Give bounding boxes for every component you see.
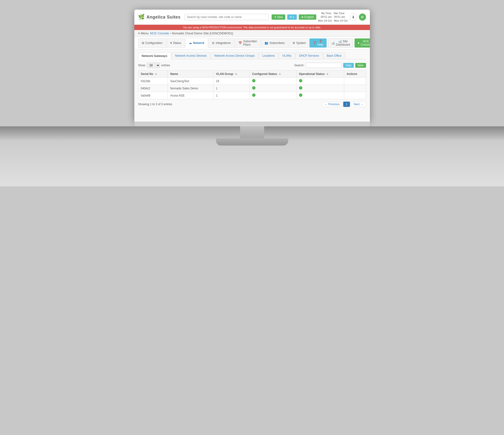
entries-select[interactable]: 10 25 50 100 — [147, 63, 160, 68]
toolbar-buttons: ❓ ❓ Help 📊 📊 Site Dashboard ● NCE Consol… — [310, 38, 370, 48]
cell-operational-status — [296, 78, 344, 85]
tab-system[interactable]: ⚙ System — [289, 38, 310, 48]
col-configured-status[interactable]: Configured Status ⇅ — [250, 71, 296, 78]
tab-configuration[interactable]: ⊞ Configuration — [138, 38, 166, 48]
entries-label: entries — [162, 64, 170, 67]
table-header-row: Serial No ⇅ Name ↑ VLAN Group ⇅ Configur… — [138, 71, 366, 78]
sort-name-icon: ↑ — [180, 73, 181, 75]
cell-vlan-group: 19 — [213, 78, 250, 85]
cell-name: Aruna NSE — [168, 92, 213, 99]
menu-label: ≡ Menu — [138, 31, 149, 35]
sub-tab-network-access-device-groups[interactable]: Network Access Device Groups — [211, 52, 258, 59]
prev-page-button[interactable]: ← Previous — [322, 102, 342, 107]
gateways-table: Serial No ⇅ Name ↑ VLAN Group ⇅ Configur… — [138, 70, 366, 99]
monitor-stand-neck — [240, 126, 264, 138]
table-new-button[interactable]: New — [355, 63, 366, 68]
col-serial-no[interactable]: Serial No ⇅ — [138, 71, 168, 78]
search-area: Search: Help New — [294, 63, 366, 68]
menu-button[interactable]: ≡ Menu — [138, 31, 149, 35]
cell-serial-no: 0a0e88 — [138, 92, 168, 99]
desk-area — [0, 126, 504, 186]
logo-icon: 🌿 — [138, 14, 145, 20]
tab-subscribers[interactable]: 👥 Subscribers — [261, 38, 288, 48]
toolbar: ⊞ Configuration ♥ Status ☁ Network ⊟ Int… — [134, 37, 370, 49]
nce-console-button[interactable]: ● NCE Console — [354, 38, 370, 48]
my-time-label: My Time — [321, 12, 332, 15]
configured-status-dot — [252, 79, 255, 82]
showing-entries-text: Showing 1 to 3 of 3 entries — [138, 103, 172, 106]
cell-operational-status — [296, 92, 344, 99]
cell-serial-no: 040dc2 — [138, 85, 168, 92]
col-vlan-group[interactable]: VLAN Group ⇅ — [213, 71, 250, 78]
page-1-button[interactable]: 1 — [343, 102, 350, 107]
time-display: My Time Site Time 09:51 am 09:51 am Mon … — [318, 11, 348, 23]
search-label: Search: — [294, 64, 304, 67]
table-search-input[interactable] — [306, 63, 342, 68]
sort-vlan-icon: ⇅ — [235, 73, 237, 75]
logo-text: Angelica Suites — [147, 15, 181, 20]
next-page-button[interactable]: Next → — [351, 102, 366, 107]
tab-network[interactable]: ☁ Network — [185, 38, 208, 48]
col-operational-status[interactable]: Operational Status ⇅ — [296, 71, 344, 78]
breadcrumb-nce-console[interactable]: NCE Console — [150, 31, 169, 35]
configured-status-dot — [252, 93, 255, 97]
table-row: 040dc2 Nomadix Sales Demo 1 — [138, 85, 366, 92]
global-search-input[interactable] — [184, 14, 269, 20]
cell-vlan-group: 1 — [213, 85, 250, 92]
messages-button[interactable]: ✉ 1 — [287, 14, 297, 20]
subscribers-icon: 👥 — [265, 41, 268, 45]
sub-tab-network-access-devices[interactable]: Network Access Devices — [171, 52, 210, 59]
sub-tab-back-office[interactable]: Back Office — [323, 52, 345, 59]
sub-tab-network-gateways[interactable]: Network Gateways — [138, 53, 171, 59]
site-dashboard-button[interactable]: 📊 📊 Site Dashboard — [328, 38, 353, 48]
cell-configured-status — [250, 78, 296, 85]
operational-status-dot — [299, 79, 302, 82]
table-row: 0a0e88 Aruna NSE 1 — [138, 92, 366, 99]
info-button[interactable]: ℹ — [350, 13, 357, 21]
network-icon: ☁ — [189, 41, 192, 45]
tab-subscriber-plans[interactable]: 📅 Subscriber Plans — [235, 38, 261, 48]
table-footer: Showing 1 to 3 of 3 entries ← Previous 1… — [138, 102, 366, 107]
sub-tab-locations[interactable]: Locations — [259, 52, 278, 59]
cell-configured-status — [250, 92, 296, 99]
settings-button[interactable]: ⚙ — [359, 13, 366, 21]
cell-vlan-group: 1 — [213, 92, 250, 99]
table-controls: Show 10 25 50 100 entries Search: Help N… — [138, 63, 366, 68]
my-time-date: Mon 19 Oct — [318, 19, 332, 22]
help-button[interactable]: ❓ ❓ Help — [310, 38, 327, 48]
cell-actions — [344, 85, 366, 92]
col-name[interactable]: Name ↑ — [168, 71, 213, 78]
my-time-value: 09:51 am — [321, 15, 332, 18]
new-button[interactable]: ✦ New — [272, 14, 285, 20]
sort-serial-icon: ⇅ — [155, 73, 157, 75]
pagination: ← Previous 1 Next → — [322, 102, 366, 107]
status-icon: ♥ — [170, 41, 172, 45]
col-actions: Actions — [344, 71, 366, 78]
subscriber-plans-icon: 📅 — [238, 41, 242, 45]
sub-tabs: Network Gateways Network Access Devices … — [138, 52, 366, 59]
sub-tab-vlans[interactable]: VLANs — [279, 52, 295, 59]
show-label: Show — [138, 64, 145, 67]
monitor-screen: 🌿 Angelica Suites ✦ New ✉ 1 ⊕ English My… — [134, 10, 370, 122]
monitor-bottom-bar — [134, 122, 370, 126]
language-button[interactable]: ⊕ English — [299, 14, 316, 20]
breadcrumb: NCE Console › Nomadix Cloud Demo Site [U… — [150, 31, 233, 35]
tab-integrations[interactable]: ⊟ Integrations — [208, 38, 234, 48]
table-help-button[interactable]: Help — [343, 63, 354, 68]
sub-tab-dhcp-services[interactable]: DHCP Services — [295, 52, 323, 59]
site-time-value: 09:51 am — [334, 15, 345, 18]
cell-operational-status — [296, 85, 344, 92]
warning-banner: You are using a NON-PRODUCTION environme… — [134, 25, 370, 30]
site-time-label: Site Time — [333, 12, 344, 15]
sort-configured-icon: ⇅ — [279, 73, 281, 75]
integrations-icon: ⊟ — [212, 41, 214, 45]
main-tabs: ⊞ Configuration ♥ Status ☁ Network ⊟ Int… — [138, 38, 310, 48]
sort-operational-icon: ⇅ — [326, 73, 328, 75]
cell-name: SauChengTest — [168, 78, 213, 85]
configuration-icon: ⊞ — [142, 41, 144, 45]
operational-status-dot — [299, 86, 302, 89]
cell-configured-status — [250, 85, 296, 92]
tab-status[interactable]: ♥ Status — [167, 38, 185, 48]
nav-bar: ≡ Menu NCE Console › Nomadix Cloud Demo … — [134, 30, 370, 37]
show-entries: Show 10 25 50 100 entries — [138, 63, 170, 68]
